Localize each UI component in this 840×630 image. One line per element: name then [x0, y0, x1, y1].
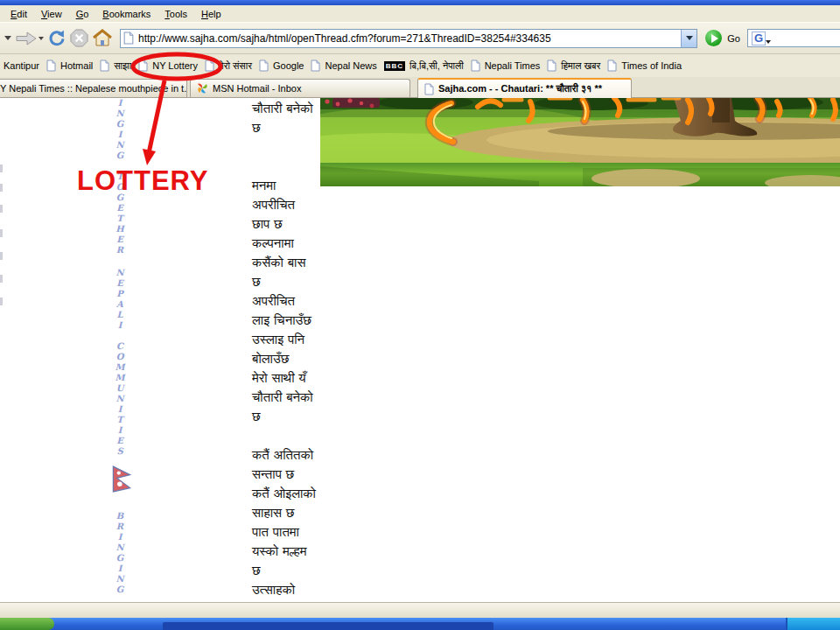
poem-line: मेरो साथी यँ: [252, 368, 316, 388]
poem-line: उस्लाइ पनि: [252, 330, 316, 349]
bookmark-label: बि,बि,सी, नेपाली: [410, 60, 464, 72]
bookmark--[interactable]: मेरो संसार: [201, 58, 256, 74]
poem-line: साहास छ: [252, 503, 316, 522]
bookmark-label: हिमाल खबर: [561, 60, 600, 72]
banner-segment-nepali: NEPALI: [110, 268, 130, 331]
page-icon: [424, 83, 434, 95]
bookmark--[interactable]: साझा: [96, 58, 135, 74]
bookmark-times-of-india[interactable]: Times of India: [604, 58, 685, 74]
page-icon: [138, 60, 148, 72]
banner-letter: N: [110, 108, 130, 119]
page-icon: [46, 60, 56, 72]
poem-line: बोलाउँछ: [252, 349, 316, 368]
page-icon: [123, 32, 134, 45]
tab-bar: Y Nepali Times :: Nepalese mouthpiece in…: [0, 77, 840, 98]
banner-letter: N: [110, 574, 130, 584]
start-button[interactable]: [0, 618, 54, 630]
banner-letter: I: [110, 425, 130, 436]
forward-button[interactable]: [15, 31, 44, 46]
banner-letter: N: [110, 394, 130, 404]
bookmark-label: Times of India: [621, 60, 682, 71]
banner-letter: I: [110, 532, 130, 542]
bookmark-label: Google: [273, 60, 304, 71]
menu-item-help[interactable]: Help: [194, 7, 228, 21]
menu-item-go[interactable]: Go: [69, 7, 96, 21]
banner-letter: I: [110, 130, 130, 140]
poem-text: चौतारी बनेकोछमनमाअपरीचितछाप छकल्पनामाकसै…: [252, 99, 316, 599]
tab-sajha-active[interactable]: Sajha.com - - Chautari: ** चौतारी ३१ **: [417, 78, 632, 98]
forward-dropdown-icon[interactable]: [38, 37, 44, 40]
reload-button[interactable]: [47, 29, 66, 47]
tab-title: MSN Hotmail - Inbox: [213, 83, 301, 94]
url-bar[interactable]: http://www.sajha.com/sajha/html/openThre…: [120, 29, 697, 48]
banner-letter: A: [110, 299, 130, 310]
poem-line: चौतारी बनेको: [252, 99, 316, 118]
banner-letter: R: [110, 245, 130, 256]
home-button[interactable]: [92, 29, 113, 47]
menu-item-bookmarks[interactable]: Bookmarks: [95, 7, 158, 21]
tab-nepali-times[interactable]: Y Nepali Times :: Nepalese mouthpiece in…: [0, 79, 187, 97]
page-icon: [471, 60, 480, 72]
google-search-box[interactable]: G: [747, 29, 840, 47]
poem-line: सन्ताप छ: [252, 465, 316, 484]
page-icon: [100, 60, 109, 72]
lawn-tree-image: [320, 98, 840, 186]
google-logo-icon[interactable]: G: [752, 32, 766, 46]
banner-letter: I: [110, 320, 130, 331]
clipped-mark: [0, 205, 3, 213]
windows-taskbar: [0, 618, 840, 630]
browser-window: EditViewGoBookmarksToolsHelp: [0, 0, 840, 630]
poem-line: छ: [252, 561, 316, 580]
go-button[interactable]: [705, 30, 722, 46]
tab-msn-hotmail[interactable]: MSN Hotmail - Inbox: [190, 79, 410, 97]
go-button-label[interactable]: Go: [727, 33, 740, 44]
banner-letter: H: [110, 224, 130, 234]
poem-line: कल्पनामा: [252, 234, 316, 253]
bookmark-label: Nepal News: [325, 60, 376, 71]
poem-line: छ: [252, 118, 316, 137]
clipped-mark: [0, 275, 3, 283]
menu-item-view[interactable]: View: [34, 7, 69, 21]
reload-icon: [47, 29, 66, 47]
bookmark--[interactable]: BBCबि,बि,सी, नेपाली: [381, 59, 467, 74]
back-dropdown-icon[interactable]: [4, 36, 11, 40]
tab-title: Y Nepali Times :: Nepalese mouthpiece in…: [0, 83, 187, 94]
page-icon: [205, 60, 214, 72]
poem-line: यस्को मल्हम: [252, 542, 316, 561]
banner-letter: E: [110, 436, 130, 446]
bookmark-nepal-news[interactable]: Nepal News: [307, 58, 380, 74]
menu-item-tools[interactable]: Tools: [158, 7, 194, 21]
banner-letter: G: [110, 584, 130, 595]
chevron-down-icon: [686, 36, 693, 40]
banner-letter: P: [110, 289, 130, 299]
clipped-mark: [0, 298, 3, 305]
bbc-icon: BBC: [384, 61, 405, 71]
banner-letter: S: [110, 446, 130, 457]
banner-letter: G: [110, 553, 130, 564]
stop-button[interactable]: [70, 29, 88, 47]
poem-line: कसैंको बास: [252, 253, 316, 272]
bookmark-nepali-times[interactable]: Nepali Times: [467, 58, 544, 74]
bookmark-ny-lottery[interactable]: NY Lottery: [135, 58, 201, 74]
poem-line: कतैं अतितको: [252, 445, 316, 465]
poem-line: पात पातमा: [252, 522, 316, 542]
bookmarks-toolbar: KantipurHotmailसाझाNY Lotteryमेरो संसारG…: [0, 54, 840, 77]
taskbar-window-button[interactable]: [163, 622, 494, 630]
bookmark--[interactable]: हिमाल खबर: [543, 58, 604, 74]
banner-letter: L: [110, 310, 130, 320]
poem-line: कतैं ओइलाको: [252, 484, 316, 503]
page-icon: [547, 60, 556, 72]
poem-line: छ: [252, 272, 316, 291]
clipped-mark: [0, 164, 3, 172]
banner-letter: G: [110, 150, 130, 161]
poem-line: छ: [252, 407, 316, 426]
bookmark-hotmail[interactable]: Hotmail: [43, 58, 96, 74]
bookmark-kantipur[interactable]: Kantipur: [0, 58, 43, 74]
poem-line: [252, 137, 316, 157]
menu-item-edit[interactable]: Edit: [4, 7, 34, 21]
annotation-lottery-label: LOTTERY: [77, 165, 209, 197]
url-input[interactable]: http://www.sajha.com/sajha/html/openThre…: [138, 32, 681, 45]
url-dropdown-button[interactable]: [681, 30, 696, 47]
bookmark-google[interactable]: Google: [256, 58, 307, 74]
google-dropdown-icon[interactable]: [766, 40, 771, 44]
